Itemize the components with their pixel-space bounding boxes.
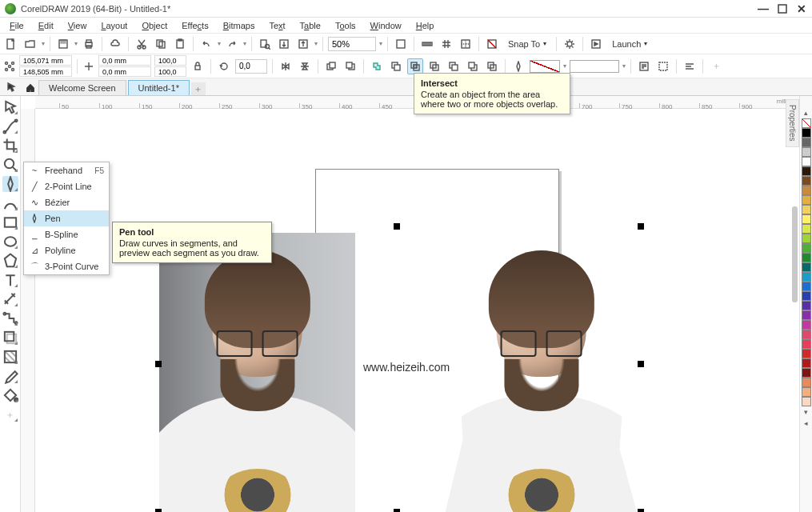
palette-swatch[interactable] (802, 224, 811, 234)
palette-swatch[interactable] (802, 195, 811, 205)
back-minus-front-button[interactable] (465, 58, 481, 74)
options-button[interactable] (562, 36, 578, 52)
curve-tool[interactable] (2, 176, 18, 192)
palette-flyout[interactable]: ◂ (804, 418, 808, 429)
palette-swatch[interactable] (802, 138, 811, 147)
canvas-area[interactable]: millimeters 5010015020025030035040045050… (21, 96, 812, 512)
palette-swatch[interactable] (802, 368, 811, 378)
flyout-polyline[interactable]: ⊿Polyline (24, 242, 109, 258)
menu-bitmaps[interactable]: Bitmaps (217, 19, 262, 32)
color-eyedropper-tool[interactable] (2, 368, 18, 384)
palette-swatch[interactable] (802, 253, 811, 262)
palette-swatch[interactable] (802, 358, 811, 368)
outline-width-dropdown[interactable] (530, 60, 560, 73)
pick-tool-mini[interactable] (3, 79, 19, 95)
pick-tool[interactable] (2, 99, 18, 115)
mirror-v-button[interactable] (297, 58, 313, 74)
paste-button[interactable] (172, 36, 188, 52)
menu-table[interactable]: Table (294, 19, 327, 32)
order-front-button[interactable] (323, 58, 339, 74)
menu-edit[interactable]: Edit (32, 19, 60, 32)
palette-swatch[interactable] (802, 282, 811, 291)
palette-swatch[interactable] (802, 243, 811, 253)
image-left[interactable] (159, 233, 355, 512)
flyout-bezier[interactable]: ∿Bézier (24, 194, 109, 210)
show-rulers-button[interactable] (419, 36, 435, 52)
connector-tool[interactable] (2, 310, 18, 326)
palette-nofill[interactable] (802, 118, 811, 128)
more-button[interactable]: ＋ (708, 58, 724, 74)
flyout-freehand[interactable]: ~FreehandF5 (24, 162, 109, 178)
weld-button[interactable] (369, 58, 385, 74)
palette-swatch[interactable] (802, 186, 811, 195)
export-button[interactable] (295, 36, 311, 52)
shape-tool[interactable] (2, 118, 18, 134)
outline-style-dropdown[interactable] (570, 60, 619, 73)
polygon-tool[interactable] (2, 253, 18, 269)
palette-swatch[interactable] (802, 166, 811, 176)
boundary-button[interactable] (484, 58, 500, 74)
palette-swatch[interactable] (802, 262, 811, 272)
intersect-button[interactable] (407, 58, 423, 74)
palette-swatch[interactable] (802, 291, 811, 301)
new-button[interactable] (3, 36, 19, 52)
snap-off-button[interactable] (484, 36, 500, 52)
copy-button[interactable] (153, 36, 169, 52)
palette-swatch[interactable] (802, 387, 811, 397)
close-button[interactable]: ✕ (796, 3, 807, 14)
convert-curves-button[interactable] (655, 58, 671, 74)
palette-down[interactable]: ▾ (804, 406, 808, 418)
palette-swatch[interactable] (802, 349, 811, 358)
y-input[interactable] (19, 66, 72, 77)
palette-swatch[interactable] (802, 339, 811, 349)
rotation-input[interactable] (235, 59, 267, 74)
crop-tool[interactable] (2, 138, 18, 154)
x-input[interactable] (19, 55, 72, 66)
vertical-scrollbar[interactable] (792, 206, 798, 302)
menu-help[interactable]: Help (410, 19, 441, 32)
mirror-h-button[interactable] (278, 58, 294, 74)
trim-button[interactable] (388, 58, 404, 74)
scale-y-input[interactable] (154, 66, 186, 77)
palette-swatch[interactable] (802, 301, 811, 310)
new-tab-button[interactable]: ＋ (191, 82, 206, 95)
palette-swatch[interactable] (802, 310, 811, 320)
menu-object[interactable]: Object (135, 19, 174, 32)
selection-handle-sw[interactable] (155, 509, 162, 512)
flyout-bspline[interactable]: ⎯B-Spline (24, 226, 109, 242)
show-guidelines-button[interactable] (458, 36, 474, 52)
fullscreen-button[interactable] (393, 36, 409, 52)
image-right[interactable] (443, 233, 639, 512)
toolbox-more[interactable]: ＋ (2, 406, 18, 422)
selection-handle-ne[interactable] (638, 223, 644, 230)
scale-x-input[interactable] (154, 55, 186, 66)
artistic-media-tool[interactable] (2, 195, 18, 211)
text-tool[interactable] (2, 272, 18, 288)
selection-handle-n[interactable] (394, 223, 400, 230)
order-back-button[interactable] (342, 58, 358, 74)
selection-handle-s[interactable] (394, 509, 400, 512)
flyout-pen[interactable]: Pen (24, 210, 109, 226)
palette-swatch[interactable] (802, 397, 811, 406)
fill-tool[interactable] (2, 387, 18, 403)
front-minus-back-button[interactable] (446, 58, 462, 74)
show-grid-button[interactable] (438, 36, 454, 52)
menu-file[interactable]: File (3, 19, 30, 32)
minimize-button[interactable]: — (758, 3, 769, 14)
document-tab[interactable]: Untitled-1* (128, 80, 190, 95)
cut-button[interactable] (134, 36, 150, 52)
flyout-3point-curve[interactable]: ⌒3-Point Curve (24, 258, 109, 274)
palette-swatch[interactable] (802, 330, 811, 339)
palette-swatch[interactable] (802, 128, 811, 138)
cloud-button[interactable] (107, 36, 123, 52)
home-tab[interactable] (22, 81, 38, 95)
palette-swatch[interactable] (802, 205, 811, 214)
menu-window[interactable]: Window (364, 19, 408, 32)
palette-swatch[interactable] (802, 176, 811, 186)
zoom-tool[interactable] (2, 157, 18, 173)
palette-swatch[interactable] (802, 378, 811, 387)
palette-swatch[interactable] (802, 157, 811, 166)
menu-tools[interactable]: Tools (329, 19, 362, 32)
selection-handle-e[interactable] (638, 361, 644, 367)
wrap-text-button[interactable] (636, 58, 652, 74)
